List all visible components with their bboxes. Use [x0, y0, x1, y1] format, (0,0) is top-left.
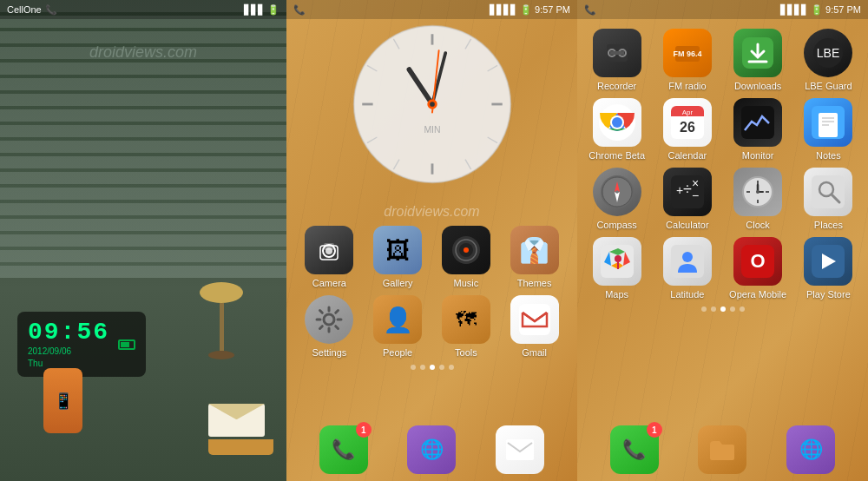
places-svg — [812, 175, 845, 208]
phone-on-desk: 📱 — [43, 368, 82, 433]
app-playstore[interactable]: Play Store — [797, 237, 859, 300]
monitor-label: Monitor — [742, 150, 774, 161]
app-gallery[interactable]: 🖼 Gallery — [366, 226, 429, 288]
playstore-label: Play Store — [806, 289, 851, 300]
maps-label: Maps — [605, 289, 628, 300]
dot-3 — [430, 365, 435, 370]
status-right-mid: ▋▋▋▋ 🔋 9:57 PM — [490, 4, 570, 16]
app-calendar[interactable]: 26 Apr Calendar — [656, 98, 719, 161]
app-people[interactable]: 👤 People — [366, 295, 429, 358]
app-tools[interactable]: 🗺 Tools — [435, 295, 497, 358]
app-chrome[interactable]: Chrome Beta — [586, 98, 648, 161]
lbeguard-label: LBE Guard — [805, 81, 852, 91]
clock-icon-img — [733, 168, 782, 216]
gallery-label: Gallery — [383, 278, 413, 288]
app-places[interactable]: Places — [797, 168, 859, 230]
svg-text:Apr: Apr — [682, 109, 694, 116]
app-settings[interactable]: Settings — [298, 295, 360, 358]
places-icon-img — [804, 168, 852, 216]
svg-text:MIN: MIN — [424, 125, 440, 135]
dot-4 — [439, 365, 444, 370]
app-camera[interactable]: Camera — [298, 226, 360, 288]
app-gmail[interactable]: Gmail — [503, 295, 566, 358]
app-compass[interactable]: Compass — [586, 168, 648, 230]
latitude-label: Latitude — [670, 289, 704, 300]
calculator-icon-img: ÷ + × − — [663, 168, 712, 216]
app-recorder[interactable]: Recorder — [586, 29, 648, 91]
recorder-icon-img — [593, 29, 641, 77]
svg-rect-28 — [519, 304, 550, 335]
app-themes[interactable]: 👔 Themes — [503, 226, 566, 288]
gallery-icon-img: 🖼 — [373, 226, 422, 274]
opera-label: Opera Mobile — [729, 289, 786, 300]
app-maps[interactable]: Maps — [586, 237, 648, 300]
places-label: Places — [814, 220, 843, 230]
dock-phone-mid[interactable]: 📞 1 — [319, 425, 368, 474]
app-row-2-mid: Settings 👤 People 🗺 Tools Gmail — [295, 295, 569, 358]
phone-dock-icon: 📞 — [332, 438, 355, 461]
app-calculator[interactable]: ÷ + × − Calculator — [656, 168, 719, 230]
page-dots-right — [582, 306, 864, 312]
watermark-mid: droidviews.com — [286, 204, 577, 220]
clock-svg: MIN — [350, 22, 515, 187]
status-icons-left: ▋▋▋ 🔋 — [244, 4, 279, 16]
status-bar-right: 📞 ▋▋▋▋ 🔋 9:57 PM — [577, 0, 868, 19]
downloads-icon-img — [733, 29, 782, 77]
svg-text:+: + — [676, 183, 683, 197]
dock-mail-mid[interactable] — [496, 425, 544, 474]
monitor-svg — [741, 106, 774, 139]
page-dots-mid — [295, 365, 569, 370]
latitude-icon-img — [663, 237, 712, 286]
app-fmradio[interactable]: FM 96.4 FM radio — [656, 29, 719, 91]
calendar-label: Calendar — [668, 150, 707, 161]
app-downloads[interactable]: Downloads — [727, 29, 789, 91]
dock-globe-right[interactable]: 🌐 — [786, 425, 835, 474]
app-opera[interactable]: O Opera Mobile — [727, 237, 789, 300]
compass-label: Compass — [596, 220, 636, 230]
dot-r2 — [711, 306, 716, 312]
svg-text:−: − — [692, 188, 699, 202]
globe-dock-right-icon: 🌐 — [799, 438, 823, 461]
compass-icon-img — [593, 168, 641, 216]
desk-lamp — [200, 282, 243, 359]
svg-rect-29 — [506, 439, 534, 460]
analog-clock: MIN — [350, 22, 515, 187]
chrome-label: Chrome Beta — [589, 150, 645, 161]
app-notes[interactable]: Notes — [797, 98, 859, 161]
dock-phone-right[interactable]: 📞 1 — [610, 425, 659, 474]
latitude-svg — [671, 245, 704, 278]
status-bar-left: CellOne 📞 ▋▋▋ 🔋 — [0, 0, 286, 19]
maps-icon-img — [593, 237, 641, 286]
clock-label: Clock — [746, 220, 770, 230]
app-latitude[interactable]: Latitude — [656, 237, 719, 300]
settings-icon-img — [305, 295, 353, 344]
camera-icon-img — [305, 226, 353, 274]
themes-label: Themes — [517, 278, 552, 288]
svg-text:FM 96.4: FM 96.4 — [673, 49, 701, 58]
dock-globe-mid[interactable]: 🌐 — [407, 425, 456, 474]
svg-point-27 — [324, 314, 334, 325]
notes-icon-img — [804, 98, 852, 147]
phone-badge-mid: 1 — [356, 422, 372, 438]
dot-2 — [420, 365, 425, 370]
app-grid-mid: Camera 🖼 Gallery Music 👔 Themes — [286, 226, 577, 373]
status-right-right: ▋▋▋▋ 🔋 9:57 PM — [780, 4, 861, 16]
svg-text:LBE: LBE — [817, 46, 839, 60]
music-label: Music — [454, 278, 479, 288]
panel-left: CellOne 📞 ▋▋▋ 🔋 droidviews.com 09:56 201… — [0, 0, 286, 481]
window-blinds — [0, 0, 286, 278]
status-bar-mid: 📞 ▋▋▋▋ 🔋 9:57 PM — [286, 0, 577, 19]
app-monitor[interactable]: Monitor — [727, 98, 789, 161]
app-music[interactable]: Music — [435, 226, 497, 288]
dock-folder-right[interactable] — [698, 425, 746, 474]
svg-point-81 — [615, 255, 621, 262]
app-grid-right: Recorder FM 96.4 FM radio Downloads LBE … — [577, 22, 868, 315]
dot-5 — [449, 365, 454, 370]
playstore-svg — [812, 245, 845, 278]
app-lbeguard[interactable]: LBE LBE Guard — [797, 29, 859, 91]
svg-text:÷: ÷ — [683, 181, 692, 198]
clock-icon-svg — [741, 175, 774, 208]
mail-tray-area — [208, 404, 273, 455]
downloads-label: Downloads — [734, 81, 781, 91]
app-clock[interactable]: Clock — [727, 168, 789, 230]
